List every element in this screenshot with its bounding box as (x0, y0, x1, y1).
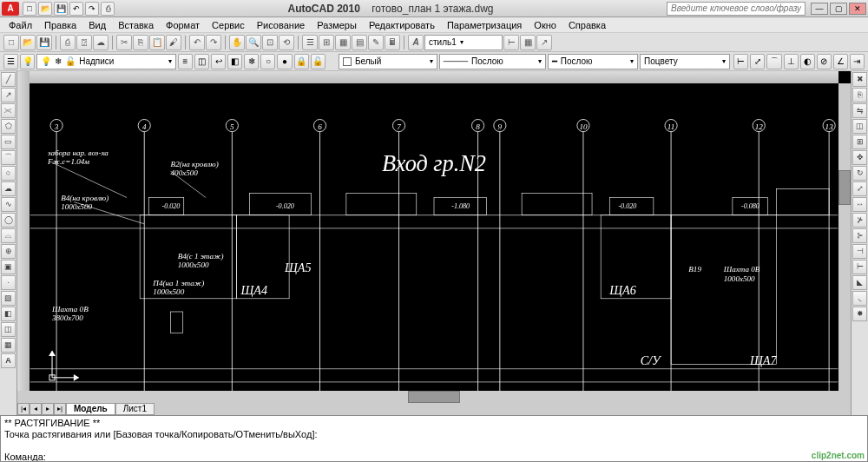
print-icon[interactable]: ⎙ (101, 2, 115, 16)
calc-icon[interactable]: 🖩 (385, 35, 400, 50)
mirror-icon[interactable]: ⇋ (852, 103, 867, 118)
menu-edit[interactable]: Правка (39, 19, 82, 31)
menu-draw[interactable]: Рисование (252, 19, 310, 31)
horizontal-scrollbar[interactable] (17, 391, 851, 403)
region-icon[interactable]: ◫ (1, 322, 16, 337)
props-icon[interactable]: ☰ (302, 35, 318, 50)
menu-dimension[interactable]: Размеры (312, 19, 362, 31)
redo2-icon[interactable]: ↷ (206, 35, 221, 50)
menu-help[interactable]: Справка (563, 19, 611, 31)
menu-modify[interactable]: Редактировать (364, 19, 440, 31)
erase-icon[interactable]: ✖ (852, 72, 867, 87)
block-icon[interactable]: ▣ (1, 260, 16, 274)
pan-icon[interactable]: ✋ (229, 35, 245, 50)
stretch-icon[interactable]: ↔ (852, 197, 867, 212)
toolpal-icon[interactable]: ▦ (335, 35, 351, 50)
match-icon[interactable]: 🖌 (166, 35, 181, 50)
preview-icon[interactable]: ⍰ (76, 35, 92, 50)
menu-view[interactable]: Вид (83, 19, 111, 31)
sheetset-icon[interactable]: ▤ (352, 35, 367, 50)
menu-insert[interactable]: Вставка (113, 19, 159, 31)
ellarc-icon[interactable]: ⌓ (1, 228, 16, 243)
dimstyle-icon[interactable]: ⊢ (503, 35, 519, 50)
arc-icon[interactable]: ⌒ (1, 150, 16, 165)
command-line[interactable]: ** РАСТЯГИВАНИЕ ** Точка растягивания ил… (0, 415, 868, 462)
layer-prev-icon[interactable]: ↩ (211, 54, 226, 69)
layer-off-icon[interactable]: ○ (260, 54, 275, 69)
app-logo[interactable]: A (2, 2, 19, 16)
dim-ang-icon[interactable]: ∠ (833, 54, 848, 69)
spline-icon[interactable]: ∿ (1, 197, 16, 212)
menu-parametric[interactable]: Параметризация (442, 19, 527, 31)
trim-icon[interactable]: ⊁ (852, 213, 867, 228)
dim-ord-icon[interactable]: ⊥ (784, 54, 799, 69)
zoomprev-icon[interactable]: ⟲ (279, 35, 294, 50)
minimize-button[interactable]: — (811, 3, 828, 15)
textstyle-icon[interactable]: A (408, 35, 424, 50)
paste-icon[interactable]: 📋 (149, 35, 165, 50)
move-icon[interactable]: ✥ (852, 150, 867, 165)
rotate-icon[interactable]: ↻ (852, 166, 867, 181)
tab-model[interactable]: Модель (66, 403, 115, 415)
copy2-icon[interactable]: ⎘ (852, 88, 867, 102)
menu-format[interactable]: Формат (161, 19, 205, 31)
dim-quick-icon[interactable]: ⇥ (850, 54, 865, 69)
dim-linear-icon[interactable]: ⊢ (733, 54, 748, 69)
explode-icon[interactable]: ✸ (852, 307, 867, 321)
scale-icon[interactable]: ⤢ (852, 182, 867, 196)
cut-icon[interactable]: ✂ (116, 35, 132, 50)
ray-icon[interactable]: ↗ (1, 88, 16, 102)
dim-rad-icon[interactable]: ◐ (800, 54, 815, 69)
dim-arc-icon[interactable]: ⌒ (766, 54, 781, 69)
revcloud-icon[interactable]: ☁ (1, 182, 16, 196)
maximize-button[interactable]: ▢ (830, 3, 847, 15)
tab-sheet1[interactable]: Лист1 (115, 403, 155, 415)
new-icon[interactable]: □ (23, 2, 36, 16)
lineweight-dropdown[interactable]: ━Послою (548, 54, 638, 69)
layer-unlock-icon[interactable]: 🔓 (311, 54, 326, 69)
array-icon[interactable]: ⊞ (852, 135, 867, 149)
layer-bulb-icon[interactable]: 💡 (20, 54, 35, 69)
layer-match-icon[interactable]: ◫ (194, 54, 209, 69)
copy-icon[interactable]: ⎘ (133, 35, 148, 50)
markup-icon[interactable]: ✎ (368, 35, 384, 50)
dcenter-icon[interactable]: ⊞ (319, 35, 334, 50)
polygon-icon[interactable]: ⬠ (1, 119, 16, 134)
layer-props-icon[interactable]: ☰ (3, 54, 18, 69)
save-icon[interactable]: 💾 (54, 2, 68, 16)
drawing-canvas[interactable]: 3 4 5 6 7 8 9 10 11 12 13 (17, 71, 851, 415)
undo-icon[interactable]: ↶ (69, 2, 83, 16)
dim-dia-icon[interactable]: ⊘ (817, 54, 832, 69)
vertical-scrollbar[interactable] (838, 83, 851, 391)
publish-icon[interactable]: ☁ (93, 35, 108, 50)
ellipse-icon[interactable]: ◯ (1, 213, 16, 228)
zoomwin-icon[interactable]: ⊡ (262, 35, 278, 50)
layer-frz-icon[interactable]: ❄ (244, 54, 259, 69)
layer-on-icon[interactable]: ● (277, 54, 292, 69)
layer-iso-icon[interactable]: ◧ (227, 54, 242, 69)
line-icon[interactable]: ╱ (1, 72, 16, 87)
text-style-dropdown[interactable]: стиль1 (424, 35, 503, 50)
hatch-icon[interactable]: ▨ (1, 291, 16, 306)
mleader-icon[interactable]: ↗ (536, 35, 552, 50)
qnew-icon[interactable]: □ (3, 35, 19, 50)
plot-icon[interactable]: ⎙ (60, 35, 76, 50)
extend-icon[interactable]: ⊱ (852, 228, 867, 243)
close-button[interactable]: ✕ (849, 3, 866, 15)
infocenter-search[interactable] (667, 2, 806, 16)
open-icon[interactable]: 📂 (38, 2, 52, 16)
open2-icon[interactable]: 📂 (20, 35, 36, 50)
dim-aligned-icon[interactable]: ⤢ (750, 54, 765, 69)
color-dropdown[interactable]: Белый (339, 54, 437, 69)
linetype-dropdown[interactable]: ────Послою (439, 54, 546, 69)
tab-last-icon[interactable]: ▸| (54, 403, 66, 415)
menu-window[interactable]: Окно (529, 19, 562, 31)
plotstyle-dropdown[interactable]: Поцвету (640, 54, 730, 69)
pline-icon[interactable]: ⩙ (1, 103, 16, 118)
point-icon[interactable]: · (1, 275, 16, 290)
gradient-icon[interactable]: ◧ (1, 307, 16, 321)
rect-icon[interactable]: ▭ (1, 135, 16, 149)
table-icon[interactable]: ▦ (1, 338, 16, 353)
insert-icon[interactable]: ⊕ (1, 244, 16, 259)
menu-file[interactable]: Файл (3, 19, 37, 31)
